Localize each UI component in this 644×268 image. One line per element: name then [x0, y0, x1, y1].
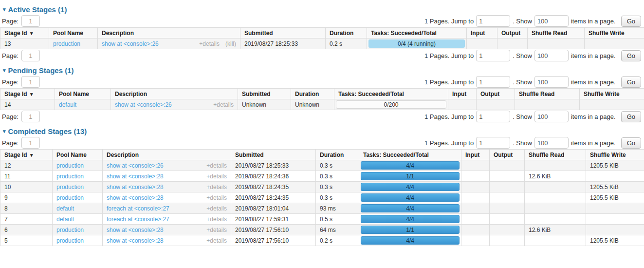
- column-header-submitted[interactable]: Submitted: [240, 28, 326, 38]
- column-header-duration[interactable]: Duration: [316, 150, 359, 160]
- go-button[interactable]: Go: [621, 16, 641, 27]
- column-header-stage_id[interactable]: Stage Id▼: [0, 28, 49, 38]
- go-button[interactable]: Go: [621, 137, 641, 149]
- details-toggle[interactable]: +details: [206, 227, 227, 233]
- cell-tasks: 0/200: [334, 99, 448, 110]
- details-toggle[interactable]: +details: [199, 40, 220, 47]
- page-number-input[interactable]: [21, 50, 40, 61]
- details-toggle[interactable]: +details: [206, 237, 227, 244]
- table-row: 8defaultforeach at <console>:27+details2…: [0, 203, 644, 214]
- column-header-shuffle_write[interactable]: Shuffle Write: [585, 28, 644, 38]
- page-number-input[interactable]: [21, 137, 40, 149]
- column-header-desc[interactable]: Description: [103, 150, 231, 160]
- details-toggle[interactable]: +details: [206, 162, 227, 169]
- column-header-stage_id[interactable]: Stage Id▼: [0, 89, 55, 99]
- items-per-page-input[interactable]: [534, 137, 569, 149]
- items-per-page-input[interactable]: [534, 15, 569, 27]
- jump-to-page-input[interactable]: [476, 15, 510, 27]
- description-link[interactable]: show at <console>:28: [107, 194, 164, 201]
- section-heading-active-stages[interactable]: ▾ Active Stages (1): [0, 5, 644, 14]
- column-header-duration[interactable]: Duration: [326, 28, 367, 38]
- page-number-input[interactable]: [21, 76, 40, 88]
- description-link[interactable]: foreach at <console>:27: [107, 216, 169, 223]
- column-header-input[interactable]: Input: [467, 28, 497, 38]
- column-header-pool[interactable]: Pool Name: [49, 28, 98, 38]
- column-header-pool[interactable]: Pool Name: [53, 150, 103, 160]
- description-link[interactable]: show at <console>:28: [107, 227, 164, 233]
- details-toggle[interactable]: +details: [213, 101, 234, 108]
- go-button[interactable]: Go: [621, 111, 641, 122]
- column-header-label: Description: [102, 30, 134, 37]
- column-header-input[interactable]: Input: [448, 89, 477, 99]
- jump-to-page-input[interactable]: [476, 50, 510, 61]
- column-header-tasks[interactable]: Tasks: Succeeded/Total: [334, 89, 448, 99]
- table-header-row: Stage Id▼Pool NameDescriptionSubmittedDu…: [0, 150, 644, 160]
- page-number-input[interactable]: [21, 111, 40, 122]
- table-row: 14defaultshow at <console>:26+detailsUnk…: [0, 99, 644, 110]
- description-link[interactable]: show at <console>:26: [107, 162, 164, 169]
- description-link[interactable]: foreach at <console>:27: [107, 205, 169, 212]
- section-heading-completed-stages[interactable]: ▾ Completed Stages (13): [0, 127, 644, 135]
- page-label: Page:: [2, 52, 18, 59]
- items-per-page-input[interactable]: [534, 76, 569, 88]
- details-toggle[interactable]: +details: [206, 216, 227, 223]
- pool-name-link[interactable]: production: [56, 184, 84, 191]
- stages-page: ▾ Active Stages (1) Page: 1 Pages. Jump …: [0, 0, 644, 246]
- pool-name-link[interactable]: production: [53, 40, 80, 47]
- items-per-page-input[interactable]: [534, 50, 569, 61]
- details-toggle[interactable]: +details: [206, 184, 227, 191]
- column-header-stage_id[interactable]: Stage Id▼: [0, 150, 53, 160]
- task-progress-label: 4/4: [406, 216, 414, 223]
- details-toggle[interactable]: +details: [206, 173, 227, 180]
- pool-name-link[interactable]: production: [56, 237, 84, 244]
- cell-tasks: 4/4: [359, 182, 461, 192]
- task-progress-bar: 4/4: [361, 161, 460, 170]
- column-header-output[interactable]: Output: [477, 89, 515, 99]
- column-header-shuffle_write[interactable]: Shuffle Write: [586, 150, 644, 160]
- pool-name-link[interactable]: production: [56, 194, 84, 201]
- pool-name-link[interactable]: production: [56, 162, 84, 169]
- column-header-output[interactable]: Output: [490, 150, 525, 160]
- details-toggle[interactable]: +details: [206, 205, 227, 212]
- jump-to-page-input[interactable]: [476, 76, 510, 88]
- cell-duration: 0.2 s: [316, 235, 359, 246]
- column-header-output[interactable]: Output: [497, 28, 528, 38]
- kill-link[interactable]: (kill): [225, 40, 236, 47]
- description-link[interactable]: show at <console>:28: [107, 237, 164, 244]
- page-number-input[interactable]: [21, 15, 40, 27]
- column-header-submitted[interactable]: Submitted: [231, 150, 316, 160]
- cell-description: foreach at <console>:27+details: [103, 214, 231, 225]
- description-link[interactable]: show at <console>:28: [107, 173, 164, 180]
- pool-name-link[interactable]: production: [56, 227, 84, 233]
- cell-shuffle-read: [525, 235, 586, 246]
- column-header-pool[interactable]: Pool Name: [55, 89, 111, 99]
- jump-to-page-input[interactable]: [476, 111, 510, 122]
- jump-to-page-input[interactable]: [476, 137, 510, 149]
- column-header-tasks[interactable]: Tasks: Succeeded/Total: [367, 28, 467, 38]
- column-header-shuffle_read[interactable]: Shuffle Read: [525, 150, 586, 160]
- column-header-shuffle_read[interactable]: Shuffle Read: [515, 89, 580, 99]
- column-header-shuffle_read[interactable]: Shuffle Read: [528, 28, 585, 38]
- column-header-duration[interactable]: Duration: [291, 89, 334, 99]
- description-link[interactable]: show at <console>:28: [107, 184, 164, 191]
- column-header-desc[interactable]: Description: [98, 28, 240, 38]
- pool-name-link[interactable]: default: [56, 216, 74, 223]
- description-link[interactable]: show at <console>:26: [102, 40, 159, 47]
- pool-name-link[interactable]: default: [56, 205, 74, 212]
- pending-stages-table: Stage Id▼Pool NameDescriptionSubmittedDu…: [0, 88, 644, 110]
- items-per-page-input[interactable]: [534, 111, 569, 122]
- pool-name-link[interactable]: default: [59, 101, 76, 108]
- table-row: 9productionshow at <console>:28+details2…: [0, 192, 644, 203]
- go-button[interactable]: Go: [621, 77, 641, 88]
- section-heading-pending-stages[interactable]: ▾ Pending Stages (1): [0, 66, 644, 75]
- pool-name-link[interactable]: production: [56, 173, 84, 180]
- column-header-label: Shuffle Write: [590, 152, 626, 158]
- column-header-desc[interactable]: Description: [111, 89, 238, 99]
- column-header-input[interactable]: Input: [461, 150, 490, 160]
- column-header-submitted[interactable]: Submitted: [238, 89, 291, 99]
- column-header-shuffle_write[interactable]: Shuffle Write: [580, 89, 644, 99]
- details-toggle[interactable]: +details: [206, 194, 227, 201]
- description-link[interactable]: show at <console>:26: [115, 101, 172, 108]
- go-button[interactable]: Go: [621, 50, 641, 61]
- column-header-tasks[interactable]: Tasks: Succeeded/Total: [359, 150, 461, 160]
